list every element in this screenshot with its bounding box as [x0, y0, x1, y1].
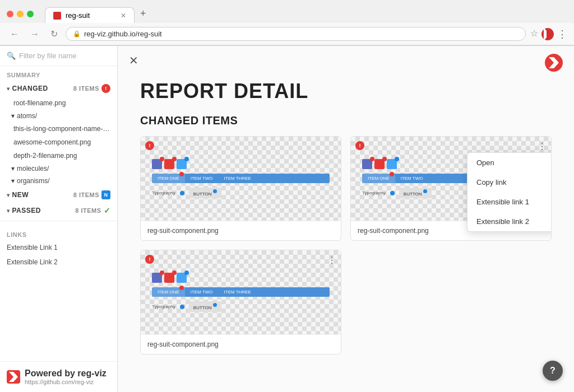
passed-group-label: PASSED [12, 207, 76, 214]
mock-badge-1 [160, 157, 164, 161]
chevron-right-icon: ▾ [7, 208, 10, 214]
mock-badge-4 [370, 157, 374, 161]
changed-items-title: CHANGED ITEMS [118, 114, 574, 136]
new-group-header[interactable]: ▾ NEW 8 ITEMS N [0, 187, 117, 203]
card-3-menu-icon[interactable]: ⋮ [327, 255, 336, 265]
reg-viz-logo [7, 370, 20, 384]
mock-badge-3 [184, 157, 189, 161]
url-text: reg-viz.github.io/reg-suit [84, 30, 162, 38]
card-3-footer: reg-suit-component.png [141, 334, 341, 354]
card-3-image: ITEM ONE ITEM TWO ITEM THREE Typography … [141, 250, 341, 334]
extension-icon[interactable] [541, 28, 554, 40]
card-2-menu-icon[interactable]: ⋮ [538, 141, 547, 152]
mock-tab-4: ITEM ONE [362, 174, 395, 183]
main-content: ✕ REPORT DETAIL CHANGED ITEMS [118, 46, 574, 392]
mock-tab-6: ITEM ONE [152, 287, 185, 297]
tab-favicon [53, 12, 61, 20]
card-1-warn: ! [145, 141, 154, 150]
help-button[interactable]: ? [543, 361, 563, 381]
extensible-link-1[interactable]: Extensible Link 1 [0, 240, 117, 255]
tab-title: reg-suit [66, 11, 90, 20]
changed-group-label: CHANGED [12, 85, 73, 92]
sidebar-item-awesome[interactable]: awesome-component.png [0, 136, 117, 149]
mock-icon-7 [152, 273, 162, 283]
chevron-down-icon: ▾ [11, 112, 15, 120]
sidebar: 🔍 Filter by file name SUMMARY ▾ CHANGED … [0, 46, 118, 392]
mock-dot-3 [180, 305, 184, 309]
search-input-area[interactable]: 🔍 Filter by file name [7, 52, 110, 60]
links-label: LINKS [0, 226, 117, 240]
context-menu-open[interactable]: Open [467, 153, 552, 172]
context-menu-ext-link-1[interactable]: Extensible link 1 [467, 192, 552, 212]
mock-button-3: BUTTON [189, 301, 221, 312]
back-button[interactable]: ← [7, 27, 22, 41]
bookmark-icon[interactable]: ☆ [530, 28, 538, 40]
mock-tabs-3: ITEM ONE ITEM TWO ITEM THREE [152, 287, 330, 297]
mock-icon-8 [164, 273, 174, 283]
context-menu-copy-link[interactable]: Copy link [467, 172, 552, 192]
mock-tabs-1: ITEM ONE ITEM TWO ITEM THREE [152, 174, 330, 183]
mock-badge-2 [172, 157, 177, 161]
mock-btn-badge-3 [213, 303, 217, 307]
mock-typography-3: Typography [152, 304, 175, 309]
sidebar-item-atoms[interactable]: ▾ atoms/ [0, 110, 117, 122]
mock-tab-1: ITEM ONE [152, 174, 185, 183]
address-bar[interactable]: 🔒 reg-viz.github.io/reg-suit [66, 27, 526, 41]
report-header: REPORT DETAIL [118, 46, 574, 114]
sidebar-item-long-component[interactable]: this-is-long-component-name-e... [0, 122, 117, 136]
corner-logo [545, 54, 563, 72]
card-3-warn: ! [145, 255, 154, 264]
context-menu-ext-link-2[interactable]: Extensible link 2 [467, 212, 552, 231]
mock-typography-2: Typography [362, 190, 386, 195]
mock-icon-1 [152, 159, 162, 169]
extensible-link-2[interactable]: Extensible Link 2 [0, 255, 117, 269]
browser-tab[interactable]: reg-suit ✕ [45, 7, 135, 23]
mock-tab-2: ITEM TWO [185, 174, 219, 183]
close-button[interactable]: ✕ [129, 54, 138, 67]
mock-tab-5: ITEM TWO [395, 174, 429, 183]
browser-menu-icon[interactable]: ⋮ [557, 28, 567, 40]
sidebar-item-root[interactable]: root-filename.png [0, 96, 117, 110]
mock-bottom-3: Typography BUTTON [152, 297, 330, 312]
passed-count: 8 ITEMS [75, 207, 101, 214]
new-tab-button[interactable]: + [135, 4, 152, 23]
mock-icon-9 [177, 273, 187, 283]
mock-button: BUTTON [189, 188, 221, 198]
search-bar: 🔍 Filter by file name [0, 46, 117, 66]
sidebar-item-molecules[interactable]: ▾ molecules/ [0, 162, 117, 175]
changed-group-header[interactable]: ▾ CHANGED 8 ITEMS ! [0, 81, 117, 96]
warn-badge-1: ! [145, 141, 154, 150]
sidebar-item-depth2[interactable]: depth-2-filename.png [0, 149, 117, 162]
mock-badge-6 [395, 157, 399, 161]
sidebar-item-organisms[interactable]: ▾ organisms/ [0, 175, 117, 187]
mock-tab-7: ITEM TWO [185, 287, 219, 297]
cards-grid: ITEM ONE ITEM TWO ITEM THREE Typography … [118, 136, 574, 366]
chevron-down-icon: ▾ [7, 86, 10, 92]
close-traffic-light[interactable] [7, 11, 13, 17]
maximize-traffic-light[interactable] [27, 11, 34, 17]
warn-badge-2: ! [355, 141, 364, 150]
minimize-traffic-light[interactable] [17, 11, 24, 17]
new-badge: N [101, 190, 110, 199]
forward-button[interactable]: → [27, 27, 43, 41]
chevron-down-icon: ▾ [11, 165, 15, 172]
mock-icon-2 [164, 159, 174, 169]
chevron-right-icon: ▾ [7, 192, 10, 198]
nav-bar: ← → ↻ 🔒 reg-viz.github.io/reg-suit ☆ ⋮ [0, 23, 574, 45]
reload-button[interactable]: ↻ [47, 26, 61, 41]
warn-badge-3: ! [145, 255, 154, 264]
mock-tab-badge-1 [179, 172, 184, 176]
mock-component-3: ITEM ONE ITEM TWO ITEM THREE Typography … [152, 273, 330, 312]
report-title: REPORT DETAIL [140, 80, 552, 103]
powered-title: Powered by reg-viz [25, 368, 107, 379]
card-3: ITEM ONE ITEM TWO ITEM THREE Typography … [140, 250, 341, 354]
mock-badge-5 [382, 157, 387, 161]
mock-badge-9 [184, 270, 189, 275]
powered-url: https://github.com/reg-viz [25, 379, 107, 385]
mock-icon-5 [374, 159, 385, 169]
passed-group-header[interactable]: ▾ PASSED 8 ITEMS ✓ [0, 203, 117, 218]
mock-btn-badge-2 [423, 189, 427, 193]
search-icon: 🔍 [7, 52, 16, 60]
tab-close-icon[interactable]: ✕ [121, 12, 126, 20]
mock-tab-badge-6 [179, 286, 184, 290]
